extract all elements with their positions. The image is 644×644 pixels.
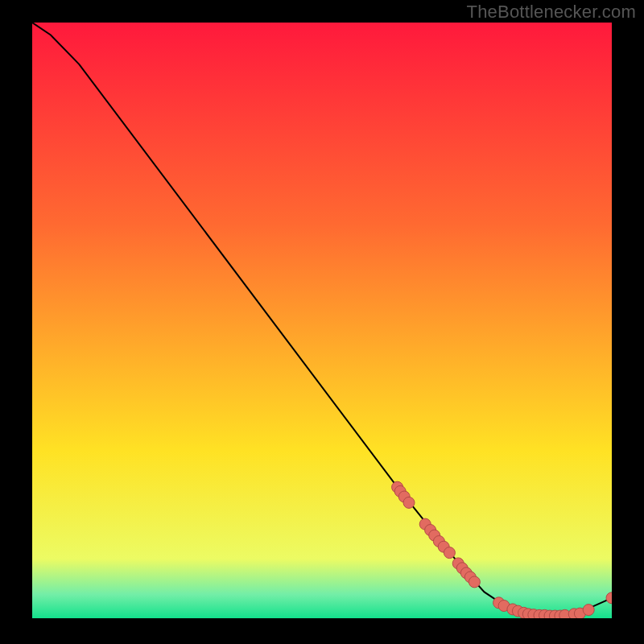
data-point bbox=[469, 576, 480, 588]
data-point bbox=[444, 547, 455, 559]
chart-container: TheBottlenecker.com bbox=[0, 0, 644, 644]
plot-frame bbox=[32, 23, 612, 618]
plot-background bbox=[32, 23, 612, 618]
plot-svg bbox=[32, 23, 612, 618]
data-point bbox=[403, 497, 415, 508]
data-point bbox=[583, 605, 594, 616]
attribution-text: TheBottlenecker.com bbox=[467, 2, 636, 23]
